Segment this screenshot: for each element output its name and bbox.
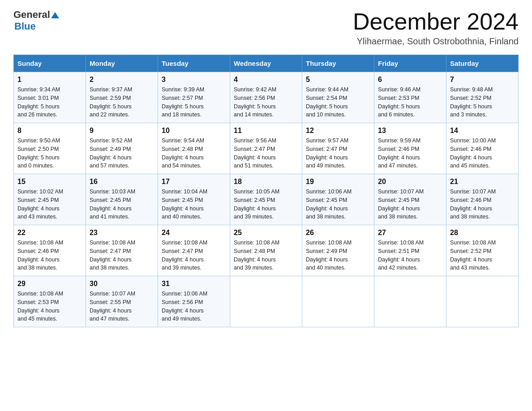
calendar-cell: 31Sunrise: 10:06 AMSunset: 2:56 PMDaylig… (158, 276, 230, 327)
calendar-cell (446, 276, 519, 327)
logo: General Blue (13, 9, 59, 32)
day-info: Sunrise: 9:44 AMSunset: 2:54 PMDaylight:… (306, 86, 370, 119)
calendar-cell: 23Sunrise: 10:08 AMSunset: 2:47 PMDaylig… (86, 225, 158, 276)
day-info: Sunrise: 10:00 AMSunset: 2:46 PMDaylight… (450, 137, 515, 170)
calendar-cell: 18Sunrise: 10:05 AMSunset: 2:45 PMDaylig… (230, 174, 302, 225)
calendar-cell: 19Sunrise: 10:06 AMSunset: 2:45 PMDaylig… (302, 174, 374, 225)
day-number: 20 (378, 178, 442, 186)
calendar-cell: 22Sunrise: 10:08 AMSunset: 2:46 PMDaylig… (14, 225, 86, 276)
day-number: 27 (378, 229, 442, 237)
day-number: 11 (234, 127, 298, 135)
day-info: Sunrise: 10:04 AMSunset: 2:45 PMDaylight… (162, 188, 226, 221)
calendar-cell: 4Sunrise: 9:42 AMSunset: 2:56 PMDaylight… (230, 72, 302, 123)
calendar-header-row: SundayMondayTuesdayWednesdayThursdayFrid… (14, 55, 519, 72)
day-info: Sunrise: 9:50 AMSunset: 2:50 PMDaylight:… (17, 137, 82, 170)
calendar-cell: 10Sunrise: 9:54 AMSunset: 2:48 PMDayligh… (158, 123, 230, 174)
day-info: Sunrise: 9:56 AMSunset: 2:47 PMDaylight:… (234, 137, 298, 170)
day-number: 31 (162, 280, 226, 288)
weekday-header-monday: Monday (86, 55, 158, 72)
weekday-header-wednesday: Wednesday (230, 55, 302, 72)
day-info: Sunrise: 10:08 AMSunset: 2:53 PMDaylight… (17, 290, 82, 323)
day-number: 9 (90, 127, 154, 135)
day-number: 23 (90, 229, 154, 237)
calendar-cell: 12Sunrise: 9:57 AMSunset: 2:47 PMDayligh… (302, 123, 374, 174)
day-number: 16 (90, 178, 154, 186)
calendar-table: SundayMondayTuesdayWednesdayThursdayFrid… (13, 55, 519, 327)
weekday-header-friday: Friday (374, 55, 446, 72)
calendar-week-row: 15Sunrise: 10:02 AMSunset: 2:45 PMDaylig… (14, 174, 519, 225)
day-info: Sunrise: 10:08 AMSunset: 2:49 PMDaylight… (306, 239, 370, 272)
day-number: 18 (234, 178, 298, 186)
calendar-cell: 29Sunrise: 10:08 AMSunset: 2:53 PMDaylig… (14, 276, 86, 327)
day-info: Sunrise: 10:08 AMSunset: 2:46 PMDaylight… (17, 239, 82, 272)
calendar-cell: 5Sunrise: 9:44 AMSunset: 2:54 PMDaylight… (302, 72, 374, 123)
calendar-cell: 2Sunrise: 9:37 AMSunset: 2:59 PMDaylight… (86, 72, 158, 123)
day-number: 13 (378, 127, 442, 135)
calendar-cell (374, 276, 446, 327)
day-info: Sunrise: 9:37 AMSunset: 2:59 PMDaylight:… (90, 86, 154, 119)
day-number: 25 (234, 229, 298, 237)
day-info: Sunrise: 9:54 AMSunset: 2:48 PMDaylight:… (162, 137, 226, 170)
day-number: 26 (306, 229, 370, 237)
day-number: 30 (90, 280, 154, 288)
day-number: 17 (162, 178, 226, 186)
page-header: General Blue December 2024 Ylihaermae, S… (13, 9, 519, 47)
day-number: 24 (162, 229, 226, 237)
calendar-cell: 27Sunrise: 10:08 AMSunset: 2:51 PMDaylig… (374, 225, 446, 276)
calendar-cell: 13Sunrise: 9:59 AMSunset: 2:46 PMDayligh… (374, 123, 446, 174)
calendar-week-row: 22Sunrise: 10:08 AMSunset: 2:46 PMDaylig… (14, 225, 519, 276)
calendar-cell: 28Sunrise: 10:08 AMSunset: 2:52 PMDaylig… (446, 225, 519, 276)
day-number: 28 (450, 229, 515, 237)
day-info: Sunrise: 9:57 AMSunset: 2:47 PMDaylight:… (306, 137, 370, 170)
location-title: Ylihaermae, South Ostrobothnia, Finland (353, 36, 519, 47)
calendar-cell: 20Sunrise: 10:07 AMSunset: 2:45 PMDaylig… (374, 174, 446, 225)
day-info: Sunrise: 10:08 AMSunset: 2:48 PMDaylight… (234, 239, 298, 272)
month-title: December 2024 (353, 9, 519, 34)
weekday-header-tuesday: Tuesday (158, 55, 230, 72)
day-number: 29 (17, 280, 82, 288)
day-number: 12 (306, 127, 370, 135)
day-info: Sunrise: 10:03 AMSunset: 2:45 PMDaylight… (90, 188, 154, 221)
calendar-cell: 7Sunrise: 9:48 AMSunset: 2:52 PMDaylight… (446, 72, 519, 123)
day-info: Sunrise: 9:39 AMSunset: 2:57 PMDaylight:… (162, 86, 226, 119)
day-info: Sunrise: 10:02 AMSunset: 2:45 PMDaylight… (17, 188, 82, 221)
calendar-cell: 1Sunrise: 9:34 AMSunset: 3:01 PMDaylight… (14, 72, 86, 123)
calendar-cell: 25Sunrise: 10:08 AMSunset: 2:48 PMDaylig… (230, 225, 302, 276)
day-info: Sunrise: 10:08 AMSunset: 2:52 PMDaylight… (450, 239, 515, 272)
day-number: 22 (17, 229, 82, 237)
day-info: Sunrise: 9:46 AMSunset: 2:53 PMDaylight:… (378, 86, 442, 119)
day-number: 10 (162, 127, 226, 135)
day-info: Sunrise: 10:08 AMSunset: 2:47 PMDaylight… (162, 239, 226, 272)
weekday-header-saturday: Saturday (446, 55, 519, 72)
calendar-cell: 17Sunrise: 10:04 AMSunset: 2:45 PMDaylig… (158, 174, 230, 225)
calendar-week-row: 1Sunrise: 9:34 AMSunset: 3:01 PMDaylight… (14, 72, 519, 123)
day-info: Sunrise: 10:07 AMSunset: 2:55 PMDaylight… (90, 290, 154, 323)
logo-general-text: General (13, 9, 50, 21)
calendar-week-row: 8Sunrise: 9:50 AMSunset: 2:50 PMDaylight… (14, 123, 519, 174)
day-info: Sunrise: 10:08 AMSunset: 2:47 PMDaylight… (90, 239, 154, 272)
day-info: Sunrise: 10:06 AMSunset: 2:56 PMDaylight… (162, 290, 226, 323)
day-number: 19 (306, 178, 370, 186)
calendar-week-row: 29Sunrise: 10:08 AMSunset: 2:53 PMDaylig… (14, 276, 519, 327)
weekday-header-sunday: Sunday (14, 55, 86, 72)
calendar-cell: 6Sunrise: 9:46 AMSunset: 2:53 PMDaylight… (374, 72, 446, 123)
title-section: December 2024 Ylihaermae, South Ostrobot… (353, 9, 519, 47)
calendar-cell: 8Sunrise: 9:50 AMSunset: 2:50 PMDaylight… (14, 123, 86, 174)
calendar-cell: 21Sunrise: 10:07 AMSunset: 2:46 PMDaylig… (446, 174, 519, 225)
calendar-cell: 14Sunrise: 10:00 AMSunset: 2:46 PMDaylig… (446, 123, 519, 174)
day-info: Sunrise: 9:52 AMSunset: 2:49 PMDaylight:… (90, 137, 154, 170)
day-number: 6 (378, 76, 442, 84)
day-number: 14 (450, 127, 515, 135)
day-info: Sunrise: 9:42 AMSunset: 2:56 PMDaylight:… (234, 86, 298, 119)
day-info: Sunrise: 10:06 AMSunset: 2:45 PMDaylight… (306, 188, 370, 221)
calendar-cell (230, 276, 302, 327)
day-info: Sunrise: 10:07 AMSunset: 2:46 PMDaylight… (450, 188, 515, 221)
day-number: 1 (17, 76, 82, 84)
day-number: 5 (306, 76, 370, 84)
day-info: Sunrise: 9:48 AMSunset: 2:52 PMDaylight:… (450, 86, 515, 119)
calendar-cell: 11Sunrise: 9:56 AMSunset: 2:47 PMDayligh… (230, 123, 302, 174)
calendar-cell: 16Sunrise: 10:03 AMSunset: 2:45 PMDaylig… (86, 174, 158, 225)
calendar-cell: 30Sunrise: 10:07 AMSunset: 2:55 PMDaylig… (86, 276, 158, 327)
calendar-cell (302, 276, 374, 327)
day-number: 8 (17, 127, 82, 135)
